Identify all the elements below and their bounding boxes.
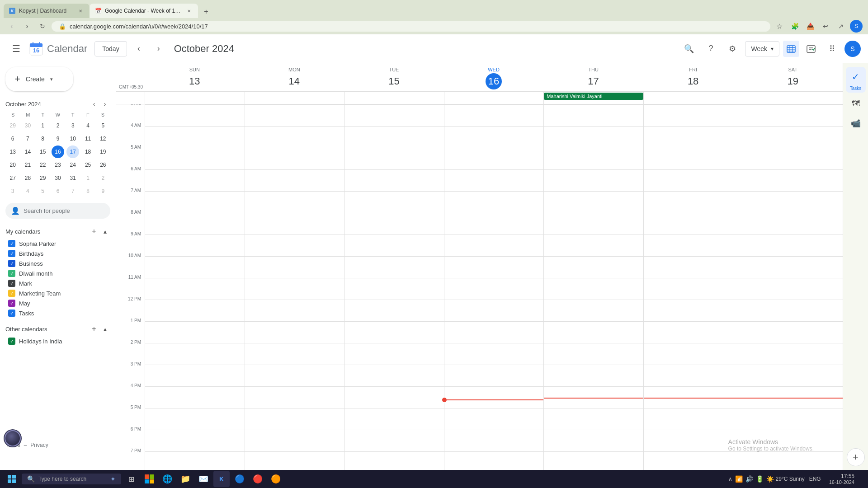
time-cell[interactable]: [344, 191, 444, 213]
start-button[interactable]: [4, 471, 20, 487]
time-cell[interactable]: [643, 451, 743, 470]
calendar-logo[interactable]: 16 Calendar: [29, 42, 87, 56]
time-cell[interactable]: [245, 451, 344, 470]
time-cell[interactable]: [245, 365, 344, 386]
other-calendars-add[interactable]: +: [89, 324, 99, 334]
time-cell[interactable]: [743, 235, 843, 256]
time-cell[interactable]: [245, 126, 344, 148]
mini-cal-day[interactable]: 16: [52, 145, 64, 158]
time-cell[interactable]: [145, 343, 245, 365]
show-desktop-btn[interactable]: [861, 471, 864, 487]
calendar-item-sophia[interactable]: ✓ Sophia Parker: [5, 239, 110, 249]
time-cell[interactable]: [344, 321, 444, 343]
time-cell[interactable]: [145, 430, 245, 451]
time-cell[interactable]: [145, 278, 245, 300]
time-cell[interactable]: [344, 408, 444, 430]
taskbar-app-chrome-alt[interactable]: 🔵: [231, 471, 248, 487]
time-cell[interactable]: [245, 408, 344, 430]
time-cell[interactable]: [643, 256, 743, 278]
mini-cal-day[interactable]: 25: [82, 159, 94, 171]
taskbar-app-mail[interactable]: ✉️: [195, 471, 212, 487]
mini-cal-day[interactable]: 26: [97, 159, 109, 171]
mini-cal-day[interactable]: 15: [37, 145, 49, 158]
taskbar-app-files[interactable]: 📁: [177, 471, 193, 487]
time-cell[interactable]: [743, 191, 843, 213]
time-cell[interactable]: [245, 104, 344, 126]
time-cell[interactable]: [444, 148, 544, 169]
time-cell[interactable]: [444, 408, 544, 430]
browser-action-save[interactable]: 📥: [804, 20, 816, 33]
time-cell[interactable]: [543, 256, 643, 278]
apps-grid-button[interactable]: ⠿: [823, 40, 841, 58]
time-cell[interactable]: [344, 300, 444, 321]
week-day-fri[interactable]: FRI 18: [643, 63, 743, 91]
time-cell[interactable]: [444, 213, 544, 235]
user-avatar-bottom[interactable]: [4, 429, 22, 447]
mini-cal-day[interactable]: 7: [66, 185, 79, 197]
mini-cal-day[interactable]: 20: [6, 159, 19, 171]
time-cell[interactable]: [344, 256, 444, 278]
time-cell[interactable]: [643, 126, 743, 148]
checkbox-sophia[interactable]: ✓: [8, 240, 15, 247]
hamburger-menu[interactable]: ☰: [7, 40, 25, 58]
browser-profile[interactable]: S: [850, 20, 863, 33]
time-cell[interactable]: [543, 278, 643, 300]
time-cell[interactable]: [245, 191, 344, 213]
time-cell[interactable]: [245, 343, 344, 365]
nav-forward[interactable]: ›: [21, 20, 33, 33]
time-cell[interactable]: [145, 148, 245, 169]
new-tab-button[interactable]: +: [200, 5, 212, 18]
all-day-cell-sun[interactable]: [145, 92, 245, 104]
time-cell[interactable]: [245, 235, 344, 256]
mini-cal-day[interactable]: 10: [66, 132, 79, 145]
user-avatar[interactable]: S: [844, 41, 861, 57]
time-cell[interactable]: [743, 278, 843, 300]
mini-cal-day[interactable]: 30: [21, 119, 34, 132]
time-cell[interactable]: [643, 169, 743, 191]
time-cell[interactable]: [743, 213, 843, 235]
time-cell[interactable]: [743, 343, 843, 365]
time-cell[interactable]: [145, 451, 245, 470]
time-cell[interactable]: [444, 235, 544, 256]
time-cell[interactable]: [245, 213, 344, 235]
tasks-panel-btn[interactable]: ✓ Tasks: [846, 67, 866, 93]
nav-prev[interactable]: ‹: [131, 41, 147, 57]
time-cell[interactable]: [245, 169, 344, 191]
time-cell[interactable]: [344, 386, 444, 408]
time-cell[interactable]: [643, 148, 743, 169]
time-cell[interactable]: [643, 365, 743, 386]
time-cell[interactable]: [245, 278, 344, 300]
time-cell[interactable]: [444, 278, 544, 300]
checkbox-business[interactable]: ✓: [8, 260, 15, 267]
time-cell[interactable]: [245, 256, 344, 278]
time-cell[interactable]: [643, 343, 743, 365]
mini-cal-day[interactable]: 29: [37, 172, 49, 184]
taskbar-language[interactable]: ENG: [807, 476, 823, 482]
calendar-item-marketing[interactable]: ✓ Marketing Team: [5, 288, 110, 298]
mini-cal-day[interactable]: 1: [37, 119, 49, 132]
time-cell[interactable]: [245, 430, 344, 451]
week-day-mon[interactable]: MON 14: [245, 63, 344, 91]
time-cell[interactable]: [543, 104, 643, 126]
meet-icon-btn[interactable]: 📹: [847, 114, 865, 132]
mini-cal-day[interactable]: 3: [66, 119, 79, 132]
taskbar-search-box[interactable]: 🔍 Type here to search ✦: [22, 474, 121, 484]
tab-active[interactable]: 📅 Google Calendar - Week of 13... ✕: [90, 4, 198, 18]
all-day-cell-wed[interactable]: [444, 92, 544, 104]
time-cell[interactable]: [543, 191, 643, 213]
time-cell[interactable]: [444, 343, 544, 365]
mini-cal-day[interactable]: 12: [97, 132, 109, 145]
taskbar-view-button[interactable]: ⊞: [123, 471, 139, 487]
checkbox-mark[interactable]: ✓: [8, 280, 15, 287]
checkbox-holidays[interactable]: ✓: [8, 338, 15, 345]
search-people[interactable]: 👤 Search for people: [5, 203, 110, 219]
time-cell[interactable]: [743, 256, 843, 278]
create-button[interactable]: + Create ▾: [5, 67, 73, 91]
calendar-item-may[interactable]: ✓ May: [5, 298, 110, 308]
time-cell[interactable]: [643, 213, 743, 235]
time-cell[interactable]: [344, 343, 444, 365]
mini-cal-day[interactable]: 8: [37, 132, 49, 145]
checkbox-tasks[interactable]: ✓: [8, 310, 15, 317]
time-cell[interactable]: [643, 104, 743, 126]
time-cell[interactable]: [543, 408, 643, 430]
